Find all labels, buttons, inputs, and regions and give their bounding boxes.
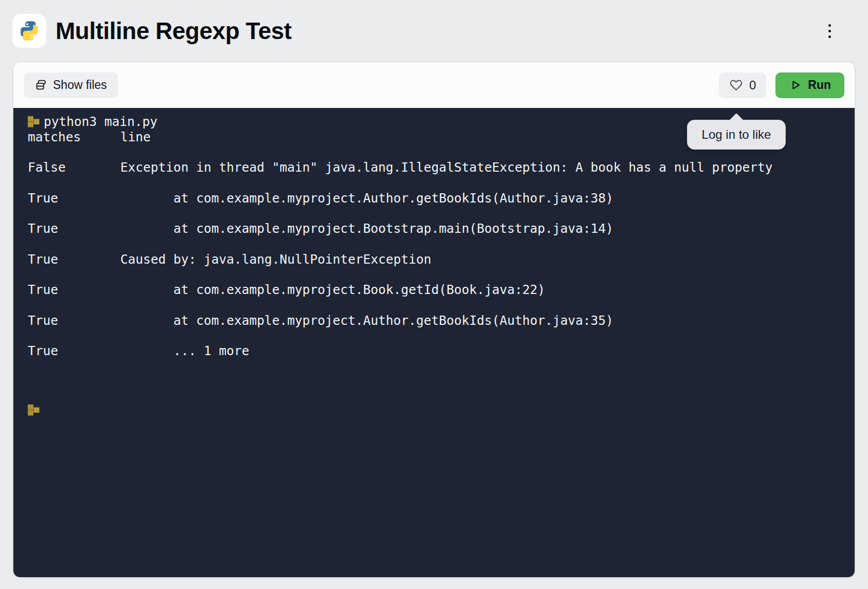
console-row-matches: True xyxy=(28,221,120,236)
console-row-line: at com.example.myproject.Author.getBookI… xyxy=(120,191,613,206)
kebab-dot xyxy=(828,24,831,27)
python-logo-icon xyxy=(18,20,41,42)
console-row: True at com.example.myproject.Bootstrap.… xyxy=(28,221,855,236)
console-row: True at com.example.myproject.Author.get… xyxy=(28,313,855,328)
console-rows: FalseException in thread "main" java.lan… xyxy=(28,160,855,359)
console-row-line: ... 1 more xyxy=(120,343,249,358)
column-header-line: line xyxy=(120,130,151,144)
console-row: FalseException in thread "main" java.lan… xyxy=(28,160,855,175)
run-label: Run xyxy=(808,78,831,92)
console-row-line: Exception in thread "main" java.lang.Ill… xyxy=(120,160,773,175)
show-files-label: Show files xyxy=(53,78,107,92)
console-row: True at com.example.myproject.Author.get… xyxy=(28,191,855,206)
tooltip-text: Log in to like xyxy=(702,127,771,142)
console-row-matches: True xyxy=(28,343,120,359)
console-row: True ... 1 more xyxy=(28,343,855,359)
console-output[interactable]: python3 main.py matchesline FalseExcepti… xyxy=(13,108,855,577)
toolbar: Show files 0 Run xyxy=(13,62,855,108)
app-header: Multiline Regexp Test xyxy=(0,0,868,62)
play-icon xyxy=(789,79,802,91)
console-row-matches: True xyxy=(28,282,120,298)
overflow-menu-button[interactable] xyxy=(821,20,838,42)
run-button[interactable]: Run xyxy=(775,72,844,98)
heart-icon xyxy=(729,78,743,92)
console-row: True at com.example.myproject.Book.getId… xyxy=(28,282,855,298)
show-files-button[interactable]: Show files xyxy=(24,72,118,98)
console-row-line: at com.example.myproject.Book.getId(Book… xyxy=(120,282,545,297)
like-count: 0 xyxy=(749,78,756,93)
console-row-matches: True xyxy=(28,252,120,267)
kebab-dot xyxy=(828,35,831,38)
console-row-matches: True xyxy=(28,313,120,328)
prompt-arrow-icon xyxy=(28,116,40,127)
console-row-line: at com.example.myproject.Bootstrap.main(… xyxy=(120,221,613,236)
console-row-matches: False xyxy=(28,160,120,175)
page-title: Multiline Regexp Test xyxy=(56,17,821,45)
console-row-matches: True xyxy=(28,191,120,206)
kebab-dot xyxy=(828,30,831,32)
console-idle-prompt xyxy=(28,404,855,416)
console-command: python3 main.py xyxy=(44,114,157,130)
column-header-matches: matches xyxy=(28,130,120,145)
console-row: TrueCaused by: java.lang.NullPointerExce… xyxy=(28,252,855,267)
like-button[interactable]: 0 xyxy=(719,72,766,98)
console-row-line: at com.example.myproject.Author.getBookI… xyxy=(120,313,613,328)
login-to-like-tooltip: Log in to like xyxy=(687,120,786,150)
prompt-arrow-icon xyxy=(28,404,40,416)
console-row-line: Caused by: java.lang.NullPointerExceptio… xyxy=(120,252,431,267)
app-logo xyxy=(12,14,46,48)
repl-card: Show files 0 Run Log in to like p xyxy=(13,62,855,578)
files-stack-icon xyxy=(35,79,47,91)
